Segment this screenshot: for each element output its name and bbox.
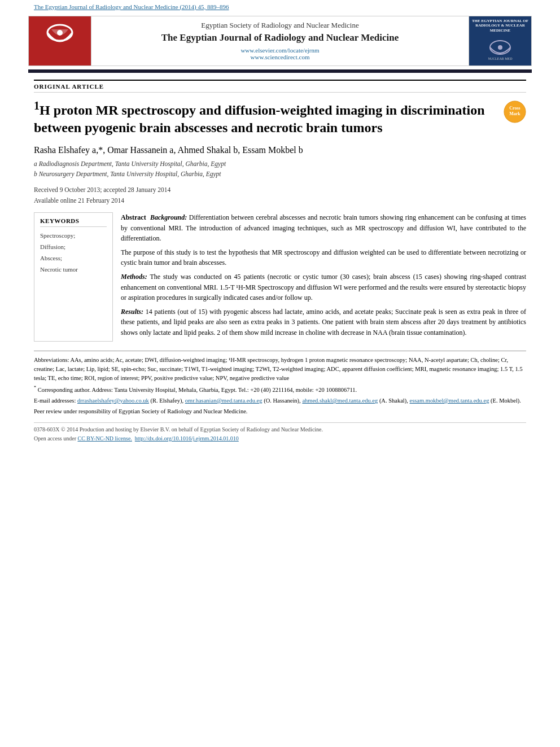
email-mokbel[interactable]: essam.mokbel@med.tanta.edu.eg (410, 397, 489, 404)
available-date: Available online 21 February 2014 (34, 195, 526, 206)
background-label: Background: (150, 213, 187, 221)
abstract-label: Abstract (121, 213, 146, 221)
journal-title: The Egyptian Journal of Radiology and Nu… (97, 32, 463, 43)
title-superscript: 1 (34, 99, 40, 112)
journal-top-link[interactable]: The Egyptian Journal of Radiology and Nu… (0, 0, 560, 14)
copyright-line: 0378-603X © 2014 Production and hosting … (34, 425, 526, 434)
url2[interactable]: www.sciencedirect.com (97, 54, 463, 60)
methods-text: The study was conducted on 45 patients (… (121, 273, 526, 302)
keyword-1: Spectroscopy; (40, 230, 107, 242)
article-type: ORIGINAL ARTICLE (34, 80, 526, 93)
society-name: Egyptian Society of Radiology and Nuclea… (97, 21, 463, 30)
bottom-bar: 0378-603X © 2014 Production and hosting … (34, 422, 526, 443)
svg-point-2 (57, 30, 63, 36)
methods-label: Methods: (121, 273, 147, 281)
svg-text:Cross: Cross (509, 106, 520, 111)
svg-text:NUCLEAR MED: NUCLEAR MED (488, 57, 513, 60)
abbreviations-line: Abbreviations: AAs, amino acids; Ac, ace… (34, 356, 526, 383)
abstract-purpose: The purpose of this study is to test the… (121, 247, 526, 268)
email-shakal[interactable]: ahmed.shakl@med.tanta.edu.eg (302, 397, 378, 404)
corresponding-text: Corresponding author. Address: Tanta Uni… (38, 387, 357, 393)
email-label: E-mail addresses: (34, 397, 76, 404)
results-text: 14 patients (out of 15) with pyogenic ab… (121, 308, 526, 337)
url1[interactable]: www.elsevier.com/locate/ejrnm (97, 47, 463, 54)
authors-line: Rasha Elshafey a,*, Omar Hassanein a, Ah… (34, 145, 526, 155)
right-logo-title: THE EGYPTIAN JOURNAL OF RADIOLOGY & NUCL… (471, 19, 529, 33)
journal-header: Egyptian Society of Radiology and Nuclea… (28, 16, 532, 66)
affiliations: a Radiodiagnosis Department, Tanta Unive… (34, 159, 526, 180)
abstract-results: Results: 14 patients (out of 15) with py… (121, 307, 526, 338)
article-title-block: 1H proton MR spectroscopy and diffusion-… (34, 98, 526, 137)
results-label: Results: (121, 308, 143, 316)
abstract-background: Abstract Background: Differentiation bet… (121, 212, 526, 244)
article-dates: Received 9 October 2013; accepted 28 Jan… (34, 185, 526, 206)
corresponding-line: * Corresponding author. Address: Tanta U… (34, 385, 526, 395)
email-hassanein[interactable]: omr.hasanian@med.tanta.edu.eg (185, 397, 262, 404)
journal-header-center: Egyptian Society of Radiology and Nuclea… (91, 16, 469, 65)
peer-review-line: Peer review under responsibility of Egyp… (34, 407, 526, 416)
abstract-methods: Methods: The study was conducted on 45 p… (121, 272, 526, 303)
license-link[interactable]: CC BY-NC-ND license. (77, 435, 132, 442)
abbreviations-label: Abbreviations: (34, 357, 69, 363)
open-access-label: Open access under (34, 435, 76, 442)
svg-point-5 (498, 45, 502, 50)
email-elshafey[interactable]: drrashaelshafey@yahoo.co.uk (77, 397, 149, 404)
keywords-box: KEYWORDS Spectroscopy; Diffusion; Absces… (34, 212, 113, 342)
svg-text:Mark: Mark (509, 111, 520, 116)
email-line: E-mail addresses: drrashaelshafey@yahoo.… (34, 396, 526, 405)
affiliation-b: b Neurosurgery Department, Tanta Univers… (34, 169, 526, 179)
keyword-2: Diffusion; (40, 242, 107, 253)
keywords-title: KEYWORDS (40, 217, 107, 227)
journal-urls: www.elsevier.com/locate/ejrnm www.scienc… (97, 47, 463, 60)
footnotes: Abbreviations: AAs, amino acids; Ac, ace… (34, 351, 526, 443)
abstract-section: KEYWORDS Spectroscopy; Diffusion; Absces… (34, 212, 526, 342)
corresponding-sup: * (34, 385, 36, 390)
received-date: Received 9 October 2013; accepted 28 Jan… (34, 185, 526, 195)
doi-link[interactable]: http://dx.doi.org/10.1016/j.ejrnm.2014.0… (135, 435, 239, 442)
abstract-text: Abstract Background: Differentiation bet… (121, 212, 526, 342)
open-access-line: Open access under CC BY-NC-ND license. h… (34, 434, 526, 443)
abbreviations-text: AAs, amino acids; Ac, acetate; DWI, diff… (34, 357, 523, 382)
affiliation-a: a Radiodiagnosis Department, Tanta Unive… (34, 159, 526, 169)
article-title-text: 1H proton MR spectroscopy and diffusion-… (34, 98, 499, 137)
left-logo (29, 16, 91, 65)
right-logo: THE EGYPTIAN JOURNAL OF RADIOLOGY & NUCL… (469, 16, 531, 65)
keyword-4: Necrotic tumor (40, 264, 107, 276)
main-content: ORIGINAL ARTICLE 1H proton MR spectrosco… (0, 73, 560, 443)
keyword-3: Abscess; (40, 253, 107, 264)
crossmark-logo[interactable]: Cross Mark (504, 101, 526, 123)
title-main: H proton MR spectroscopy and diffusion-w… (34, 103, 485, 135)
